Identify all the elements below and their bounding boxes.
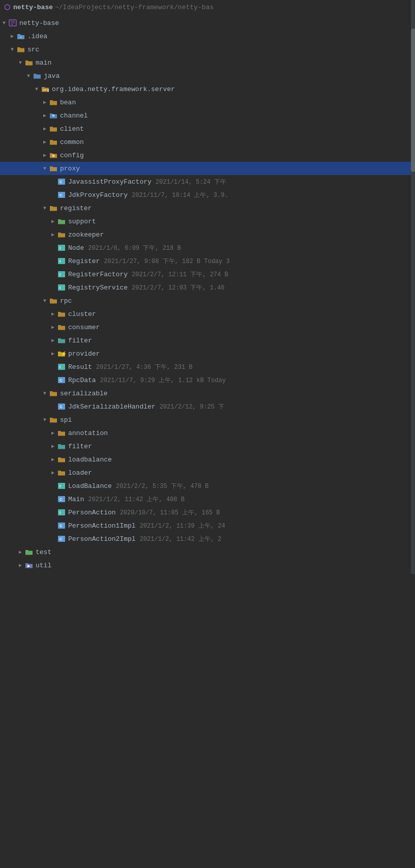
tree-arrow-cluster[interactable] (49, 310, 57, 318)
tree-arrow-idea[interactable] (8, 32, 16, 40)
tree-arrow-LoadBalance[interactable] (49, 482, 57, 490)
tree-arrow-support[interactable] (49, 217, 57, 225)
tree-item-consumer[interactable]: consumer (0, 321, 415, 334)
tree-item-RpcData[interactable]: CRpcData2021/11/7, 9:29 上午, 1.12 kB Toda… (0, 373, 415, 387)
tree-item-LoadBalance[interactable]: ILoadBalance2021/2/2, 5:35 下午, 478 B (0, 479, 415, 493)
tree-label-test: test (36, 548, 51, 556)
tree-arrow-JdkProxyFactory[interactable] (49, 191, 57, 199)
tree-item-spi[interactable]: spi (0, 413, 415, 426)
tree-arrow-loader[interactable] (49, 469, 57, 477)
tree-arrow-provider[interactable] (49, 350, 57, 358)
tree-arrow-Result[interactable] (49, 363, 57, 371)
tree-arrow-filter2[interactable] (49, 442, 57, 450)
tree-icon-common (49, 138, 58, 146)
tree-arrow-Node[interactable] (49, 244, 57, 252)
tree-icon-consumer (57, 323, 66, 331)
tree-item-bean[interactable]: bean (0, 96, 415, 109)
tree-arrow-common[interactable] (41, 138, 49, 146)
tree-item-JavassistProxyFactory[interactable]: CJavassistProxyFactory2021/1/14, 5:24 下午 (0, 175, 415, 188)
tree-arrow-JdkSerializableHandler[interactable] (49, 402, 57, 411)
scrollbar-thumb[interactable] (411, 28, 415, 172)
svg-text:C: C (60, 497, 63, 502)
tree-item-register[interactable]: register (0, 201, 415, 215)
tree-item-config[interactable]: config (0, 149, 415, 162)
tree-item-test[interactable]: test (0, 545, 415, 559)
tree-item-zookeeper[interactable]: zookeeper (0, 228, 415, 241)
tree-arrow-org[interactable] (33, 85, 41, 93)
tree-item-common[interactable]: common (0, 135, 415, 149)
tree-arrow-main[interactable] (16, 59, 24, 67)
tree-item-filter2[interactable]: filter (0, 440, 415, 453)
tree-label-idea: .idea (27, 33, 47, 40)
tree-meta-RegistryService: 2021/2/7, 12:03 下午, 1.46 (132, 283, 224, 292)
tree-item-java[interactable]: java (0, 69, 415, 82)
tree-arrow-test[interactable] (16, 548, 24, 556)
svg-text:⚡: ⚡ (61, 351, 66, 357)
tree-item-org[interactable]: orgorg.idea.netty.framework.server (0, 82, 415, 96)
tree-arrow-PersonAction2Impl[interactable] (49, 535, 57, 543)
tree-arrow-zookeeper[interactable] (49, 230, 57, 239)
tree-arrow-RegistryService[interactable] (49, 283, 57, 292)
tree-item-client[interactable]: client (0, 122, 415, 135)
tree-item-root[interactable]: netty-base (0, 16, 415, 30)
tree-item-proxy[interactable]: proxy (0, 162, 415, 175)
tree-arrow-filter[interactable] (49, 336, 57, 344)
tree-arrow-util[interactable] (16, 561, 24, 569)
tree-arrow-RpcData[interactable] (49, 376, 57, 384)
tree-item-RegisterFactory[interactable]: IRegisterFactory2021/2/7, 12:11 下午, 274 … (0, 268, 415, 281)
tree-label-filter: filter (68, 337, 92, 344)
tree-arrow-spi[interactable] (41, 416, 49, 424)
tree-arrow-PersonAction1Impl[interactable] (49, 522, 57, 530)
tree-item-JdkSerializableHandler[interactable]: CJdkSerializableHandler2021/2/12, 9:25 下 (0, 400, 415, 413)
tree-arrow-PersonAction[interactable] (49, 508, 57, 516)
tree-item-JdkProxyFactory[interactable]: CJdkProxyFactory2021/11/7, 10:14 上午, 3.9… (0, 188, 415, 201)
tree-arrow-channel[interactable] (41, 111, 49, 120)
tree-item-src[interactable]: src (0, 43, 415, 56)
tree-label-filter2: filter (68, 443, 92, 450)
tree-item-idea[interactable]: .idea (0, 30, 415, 43)
tree-arrow-java[interactable] (24, 72, 33, 80)
tree-item-support[interactable]: support (0, 215, 415, 228)
tree-arrow-consumer[interactable] (49, 323, 57, 331)
tree-item-PersonAction2Impl[interactable]: CPersonAction2Impl2021/1/2, 11:42 上午, 2 (0, 532, 415, 545)
tree-item-rpc[interactable]: rpc (0, 294, 415, 307)
tree-item-annotation[interactable]: annotation (0, 426, 415, 440)
tree-arrow-JavassistProxyFactory[interactable] (49, 178, 57, 186)
tree-arrow-rpc[interactable] (41, 297, 49, 305)
tree-arrow-Main[interactable] (49, 495, 57, 503)
scrollbar[interactable] (411, 0, 415, 574)
tree-item-channel[interactable]: channel (0, 109, 415, 122)
tree-arrow-bean[interactable] (41, 98, 49, 106)
tree-item-cluster[interactable]: cluster (0, 307, 415, 321)
tree-label-zookeeper: zookeeper (68, 231, 104, 239)
tree-icon-java (33, 72, 42, 80)
tree-arrow-config[interactable] (41, 151, 49, 159)
tree-item-RegistryService[interactable]: IRegistryService2021/2/7, 12:03 下午, 1.46 (0, 281, 415, 294)
tree-item-Node[interactable]: INode2021/1/6, 6:09 下午, 218 B (0, 241, 415, 254)
project-path: ~/IdeaProjects/netty-framework/netty-bas (55, 4, 214, 11)
tree-item-PersonAction[interactable]: IPersonAction2020/10/7, 11:05 上午, 165 B (0, 506, 415, 519)
tree-arrow-proxy[interactable] (41, 164, 49, 172)
tree-label-rpc: rpc (60, 297, 72, 305)
tree-item-provider[interactable]: ⚡provider (0, 347, 415, 360)
tree-arrow-annotation[interactable] (49, 429, 57, 437)
tree-arrow-loadbalance[interactable] (49, 455, 57, 464)
tree-arrow-serializable[interactable] (41, 389, 49, 397)
tree-meta-Main: 2021/1/2, 11:42 上午, 408 B (88, 495, 185, 504)
tree-item-Register[interactable]: IRegister2021/1/27, 9:08 下午, 182 B Today… (0, 254, 415, 268)
tree-item-main[interactable]: main (0, 56, 415, 69)
tree-item-Result[interactable]: IResult2021/1/27, 4:36 下午, 231 B (0, 360, 415, 373)
tree-item-util[interactable]: ▶util (0, 559, 415, 572)
tree-arrow-Register[interactable] (49, 257, 57, 265)
tree-item-loadbalance[interactable]: loadbalance (0, 453, 415, 466)
tree-arrow-register[interactable] (41, 204, 49, 212)
tree-arrow-RegisterFactory[interactable] (49, 270, 57, 278)
tree-item-filter[interactable]: filter (0, 334, 415, 347)
tree-item-PersonAction1Impl[interactable]: CPersonAction1Impl2021/1/2, 11:39 上午, 24 (0, 519, 415, 532)
tree-arrow-root[interactable] (0, 19, 8, 27)
tree-item-serializable[interactable]: serializable (0, 387, 415, 400)
tree-arrow-src[interactable] (8, 45, 16, 53)
tree-arrow-client[interactable] (41, 125, 49, 133)
tree-item-Main[interactable]: CMain2021/1/2, 11:42 上午, 408 B (0, 493, 415, 506)
tree-item-loader[interactable]: loader (0, 466, 415, 479)
